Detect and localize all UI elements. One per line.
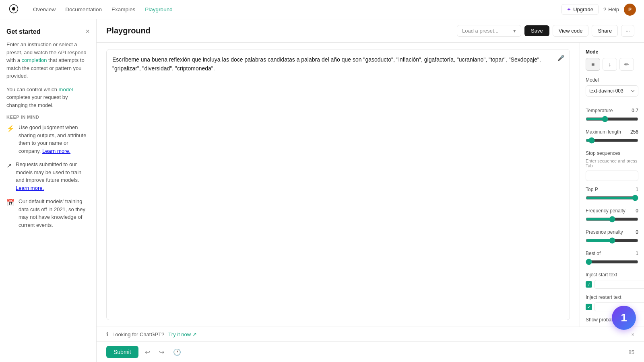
mode-label: Mode bbox=[586, 49, 638, 55]
notification-text: Looking for ChatGPT? bbox=[112, 331, 164, 337]
max-length-slider[interactable] bbox=[586, 137, 638, 144]
notification-bar: ℹ Looking for ChatGPT? Try it now ↗ × bbox=[97, 327, 644, 341]
main-actions: Load a preset... ▾ Save View code Share … bbox=[457, 25, 634, 37]
editor-area: Escríbeme una buena reflexión que incluy… bbox=[97, 43, 644, 327]
more-button[interactable]: ··· bbox=[621, 25, 634, 37]
layout: Get started × Enter an instruction or se… bbox=[0, 19, 644, 362]
undo-button[interactable]: ↩ bbox=[142, 347, 153, 358]
topnav-right: ✦ Upgrade ? Help P bbox=[561, 4, 636, 16]
presence-penalty-value: 0 bbox=[636, 229, 638, 235]
info-icon: ℹ bbox=[106, 331, 108, 337]
inject-restart-label: Inject restart text bbox=[586, 294, 638, 300]
complete-mode-button[interactable]: ≡ bbox=[586, 58, 600, 71]
star-icon: ✦ bbox=[567, 6, 571, 12]
sidebar-item-cutoff: 📅 Our default models' training data cuts… bbox=[6, 197, 90, 229]
sidebar-model-note: You can control which model completes yo… bbox=[6, 86, 90, 109]
frequency-penalty-slider[interactable] bbox=[586, 216, 638, 222]
max-length-label: Maximum length 256 bbox=[586, 129, 638, 135]
top-p-param: Top P 1 bbox=[586, 187, 638, 202]
top-p-label: Top P 1 bbox=[586, 187, 638, 192]
redo-button[interactable]: ↪ bbox=[157, 347, 167, 358]
chatgpt-link[interactable]: Try it now ↗ bbox=[168, 331, 197, 337]
sidebar: Get started × Enter an instruction or se… bbox=[0, 19, 97, 362]
right-panel: Mode ≡ ↓ ✏ Model text-davinci-003 text-c… bbox=[580, 43, 644, 327]
topnav: Overview Documentation Examples Playgrou… bbox=[0, 0, 644, 19]
svg-point-0 bbox=[12, 7, 15, 10]
save-button[interactable]: Save bbox=[524, 25, 549, 36]
history-button[interactable]: 🕐 bbox=[171, 347, 184, 358]
judgment-learn-more[interactable]: Learn more. bbox=[42, 148, 70, 154]
inject-start-row bbox=[586, 280, 638, 289]
temperature-label: Temperature 0.7 bbox=[586, 108, 638, 113]
avatar[interactable]: P bbox=[624, 4, 636, 16]
preset-chevron-icon: ▾ bbox=[513, 28, 516, 34]
sidebar-item-training: ↗ Requests submitted to our models may b… bbox=[6, 160, 90, 192]
bottom-bar: Submit ↩ ↪ 🕐 85 bbox=[97, 341, 644, 362]
judgment-icon: ⚡ bbox=[6, 124, 14, 155]
main-content: Playground Load a preset... ▾ Save View … bbox=[97, 19, 644, 362]
temperature-param: Temperature 0.7 bbox=[586, 108, 638, 123]
close-icon[interactable]: × bbox=[85, 27, 90, 36]
training-icon: ↗ bbox=[6, 161, 12, 192]
mic-icon[interactable]: 🎤 bbox=[557, 55, 564, 61]
temperature-slider[interactable] bbox=[586, 116, 638, 122]
help-icon: ? bbox=[603, 6, 606, 12]
help-button[interactable]: ? Help bbox=[603, 6, 619, 12]
notification-close[interactable]: × bbox=[631, 331, 634, 337]
token-count: 85 bbox=[629, 349, 634, 355]
frequency-penalty-param: Frequency penalty 0 bbox=[586, 208, 638, 224]
stop-sequences-param: Stop sequences Enter sequence and press … bbox=[586, 150, 638, 181]
topnav-links: Overview Documentation Examples Playgrou… bbox=[29, 4, 552, 15]
model-link[interactable]: model bbox=[59, 86, 73, 93]
main-header: Playground Load a preset... ▾ Save View … bbox=[97, 19, 644, 43]
top-p-value: 1 bbox=[636, 187, 638, 192]
bottom-left: Submit ↩ ↪ 🕐 bbox=[106, 346, 184, 358]
sidebar-item-judgment: ⚡ Use good judgment when sharing outputs… bbox=[6, 123, 90, 155]
inject-restart-checkbox[interactable] bbox=[586, 304, 592, 310]
best-of-slider[interactable] bbox=[586, 259, 638, 265]
inject-start-checkbox[interactable] bbox=[586, 281, 592, 288]
model-label: Model bbox=[586, 77, 638, 83]
inject-start-param: Inject start text bbox=[586, 272, 638, 289]
keep-in-mind-label: KEEP IN MIND bbox=[6, 115, 90, 119]
external-link-icon: ↗ bbox=[192, 331, 197, 337]
frequency-penalty-label: Frequency penalty 0 bbox=[586, 208, 638, 214]
completion-link[interactable]: completion bbox=[22, 57, 47, 63]
max-length-param: Maximum length 256 bbox=[586, 129, 638, 145]
page-title: Playground bbox=[106, 26, 151, 35]
top-p-slider[interactable] bbox=[586, 195, 638, 201]
frequency-penalty-value: 0 bbox=[636, 208, 638, 214]
logo[interactable] bbox=[8, 3, 19, 16]
edit-mode-button[interactable]: ✏ bbox=[619, 58, 634, 71]
preset-select[interactable]: Load a preset... ▾ bbox=[457, 25, 521, 37]
insert-mode-button[interactable]: ↓ bbox=[603, 58, 617, 71]
presence-penalty-slider[interactable] bbox=[586, 237, 638, 244]
sidebar-title: Get started bbox=[6, 28, 40, 35]
prompt-input[interactable]: Escríbeme una buena reflexión que incluy… bbox=[106, 49, 570, 320]
inject-start-input[interactable] bbox=[594, 280, 644, 289]
presence-penalty-label: Presence penalty 0 bbox=[586, 229, 638, 235]
model-param: Model text-davinci-003 text-curie-001 te… bbox=[586, 77, 638, 102]
view-code-button[interactable]: View code bbox=[553, 25, 589, 37]
stop-sequences-input[interactable] bbox=[586, 171, 638, 181]
nav-overview[interactable]: Overview bbox=[29, 4, 60, 15]
model-select[interactable]: text-davinci-003 text-curie-001 text-bab… bbox=[586, 85, 638, 97]
submit-button[interactable]: Submit bbox=[106, 346, 138, 358]
sidebar-description: Enter an instruction or select a preset,… bbox=[6, 41, 90, 80]
share-button[interactable]: Share bbox=[592, 25, 618, 37]
cutoff-icon: 📅 bbox=[6, 198, 14, 229]
nav-examples[interactable]: Examples bbox=[107, 4, 139, 15]
mode-icons: ≡ ↓ ✏ bbox=[586, 58, 638, 71]
best-of-label: Best of 1 bbox=[586, 251, 638, 256]
nav-documentation[interactable]: Documentation bbox=[61, 4, 106, 15]
training-learn-more[interactable]: Learn more. bbox=[16, 185, 44, 191]
max-length-value: 256 bbox=[630, 129, 638, 135]
stop-seq-hint: Enter sequence and press Tab bbox=[586, 158, 638, 168]
best-of-value: 1 bbox=[636, 251, 638, 256]
temperature-value: 0.7 bbox=[632, 108, 638, 113]
stop-sequences-label: Stop sequences bbox=[586, 150, 638, 156]
floating-badge[interactable]: 1 bbox=[612, 306, 636, 330]
upgrade-button[interactable]: ✦ Upgrade bbox=[561, 4, 599, 15]
nav-playground[interactable]: Playground bbox=[141, 4, 176, 15]
prompt-area: Escríbeme una buena reflexión que incluy… bbox=[97, 43, 580, 327]
